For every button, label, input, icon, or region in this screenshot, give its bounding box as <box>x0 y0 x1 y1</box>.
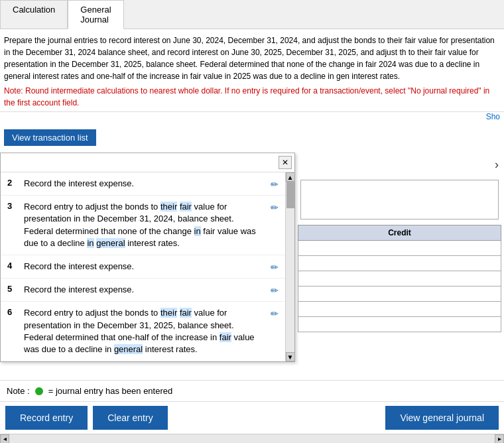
green-dot-icon <box>35 387 43 395</box>
list-item: 6 Record entry to adjust the bonds to th… <box>1 302 285 361</box>
table-row <box>298 271 501 286</box>
item-text: Record entry to adjust the bonds to thei… <box>24 307 264 355</box>
account-field[interactable] <box>300 180 499 220</box>
view-general-journal-button[interactable]: View general journal <box>385 406 499 430</box>
bottom-area: Note : = journal entry has been entered … <box>0 380 504 434</box>
scroll-track <box>9 434 495 444</box>
table-row <box>298 241 501 256</box>
scroll-thumb[interactable] <box>286 182 294 208</box>
view-transaction-button[interactable]: View transaction list <box>4 129 96 146</box>
edit-icon[interactable]: ✏ <box>271 261 279 273</box>
table-row <box>298 286 501 302</box>
table-row <box>298 317 501 332</box>
scroll-up-button[interactable]: ▲ <box>286 172 295 182</box>
main-container: Calculation GeneralJournal Prepare the j… <box>0 0 504 443</box>
list-item: 5 Record the interest expense. ✏ <box>1 279 285 302</box>
scroll-left-button[interactable]: ◂ <box>0 434 9 444</box>
popup-with-scroll: 2 Record the interest expense. ✏ 3 Recor… <box>1 172 294 361</box>
scroll-right-button[interactable]: ▸ <box>495 434 504 444</box>
credit-input-1[interactable] <box>300 243 499 253</box>
note-area: Note : = journal entry has been entered <box>0 381 504 401</box>
account-input-area <box>295 177 504 222</box>
vertical-scrollbar[interactable]: ▲ ▼ <box>285 172 294 361</box>
next-arrow[interactable]: › <box>495 158 499 172</box>
horizontal-scrollbar[interactable]: ◂ ▸ <box>0 434 504 443</box>
item-number: 2 <box>7 178 17 188</box>
journal-area: › Credit <box>295 153 504 380</box>
popup-content: 2 Record the interest expense. ✏ 3 Recor… <box>1 172 285 361</box>
credit-input-4[interactable] <box>300 288 499 299</box>
list-item: 4 Record the interest expense. ✏ <box>1 255 285 279</box>
credit-input-2[interactable] <box>300 258 499 269</box>
clear-entry-button[interactable]: Clear entry <box>93 406 167 430</box>
item-number: 6 <box>7 307 17 317</box>
credit-input-6[interactable] <box>300 319 499 330</box>
edit-icon[interactable]: ✏ <box>271 178 279 190</box>
item-text: Record the interest expense. <box>24 284 264 296</box>
tabs-bar: Calculation GeneralJournal <box>0 0 504 29</box>
list-item: 2 Record the interest expense. ✏ <box>1 172 285 196</box>
item-number: 5 <box>7 284 17 294</box>
table-row <box>298 256 501 271</box>
edit-icon[interactable]: ✏ <box>271 284 279 296</box>
item-text: Record the interest expense. <box>24 178 264 190</box>
credit-input-5[interactable] <box>300 304 499 314</box>
view-transaction-container: View transaction list <box>0 121 504 153</box>
item-text: Record the interest expense. <box>24 261 264 273</box>
transaction-popup: ✕ 2 Record the interest expense. ✏ 3 Rec… <box>0 153 295 362</box>
close-button[interactable]: ✕ <box>279 156 292 169</box>
item-number: 3 <box>7 201 17 211</box>
edit-icon[interactable]: ✏ <box>271 201 279 213</box>
journal-table: Credit <box>298 225 501 332</box>
edit-icon[interactable]: ✏ <box>271 307 279 319</box>
note-text: Note: Round intermediate calculations to… <box>4 85 500 109</box>
journal-nav: › <box>295 153 504 177</box>
tab-general-journal[interactable]: GeneralJournal <box>68 0 123 29</box>
tab-calculation[interactable]: Calculation <box>0 0 68 29</box>
note-description: = journal entry has been entered <box>48 386 173 396</box>
record-entry-button[interactable]: Record entry <box>5 406 88 430</box>
credit-header: Credit <box>298 225 501 241</box>
item-text: Record entry to adjust the bonds to thei… <box>24 201 264 249</box>
description-text: Prepare the journal entries to record in… <box>4 36 495 81</box>
scroll-track <box>286 182 294 352</box>
list-item: 3 Record entry to adjust the bonds to th… <box>1 196 285 255</box>
journal-table-area: Credit <box>295 222 504 380</box>
table-row <box>298 302 501 317</box>
description-area: Prepare the journal entries to record in… <box>0 29 504 112</box>
item-number: 4 <box>7 261 17 271</box>
credit-input-3[interactable] <box>300 273 499 284</box>
note-label: Note : <box>7 386 30 396</box>
show-link[interactable]: Sho <box>0 112 504 121</box>
scroll-down-button[interactable]: ▼ <box>286 352 295 361</box>
bottom-buttons: Record entry Clear entry View general jo… <box>0 401 504 434</box>
popup-header: ✕ <box>1 153 294 172</box>
content-area: ✕ 2 Record the interest expense. ✏ 3 Rec… <box>0 153 504 380</box>
